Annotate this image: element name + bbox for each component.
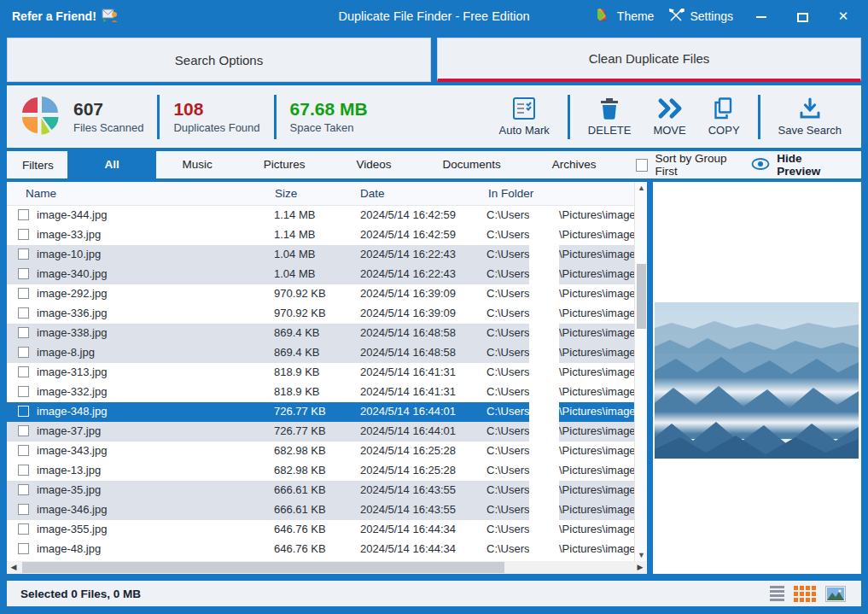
row-checkbox[interactable] (18, 268, 29, 279)
file-date: 2024/5/14 16:25:28 (360, 444, 456, 457)
sort-by-group-checkbox[interactable] (636, 159, 649, 172)
title-bar: Refer a Friend! Duplicate File Finder - … (0, 0, 868, 32)
stat-divider (157, 95, 160, 139)
scroll-up-icon[interactable]: ▲ (635, 182, 647, 194)
filter-music[interactable]: Music (156, 151, 237, 178)
move-button[interactable]: MOVE (642, 96, 696, 137)
file-folder-suffix: \Pictures\images (559, 228, 634, 241)
file-size: 726.77 KB (274, 405, 326, 418)
column-header-in-folder[interactable]: In Folder (488, 187, 533, 200)
horizontal-scroll-thumb[interactable] (22, 562, 504, 573)
file-folder-suffix: \Pictures\images (559, 464, 634, 477)
auto-mark-button[interactable]: Auto Mark (488, 96, 561, 137)
scroll-down-icon[interactable]: ▼ (635, 549, 647, 561)
row-checkbox[interactable] (18, 543, 29, 554)
theme-label: Theme (617, 9, 655, 23)
file-date: 2024/5/14 16:44:34 (360, 523, 456, 535)
file-date: 2024/5/14 16:39:09 (360, 287, 456, 300)
row-checkbox[interactable] (18, 307, 29, 319)
row-checkbox[interactable] (18, 366, 29, 377)
row-checkbox[interactable] (18, 504, 29, 515)
file-name: image-48.jpg (37, 542, 101, 555)
file-name: image-346.jpg (37, 503, 107, 516)
space-taken-label: Space Taken (290, 121, 368, 134)
row-checkbox[interactable] (18, 249, 29, 260)
main-tabs: Search Options Clean Duplicate Files (7, 38, 861, 82)
file-folder-prefix: C:\Users\ (486, 228, 533, 241)
file-folder-prefix: C:\Users\ (486, 287, 533, 300)
save-search-button[interactable]: Save Search (767, 96, 853, 137)
filter-pictures[interactable]: Pictures (238, 151, 331, 178)
file-date: 2024/5/14 16:22:43 (360, 248, 456, 260)
file-date: 2024/5/14 16:44:01 (360, 405, 456, 418)
sort-by-group-toggle[interactable]: Sort by Group First (636, 152, 752, 178)
row-checkbox[interactable] (18, 406, 29, 417)
file-date: 2024/5/14 16:44:01 (360, 424, 456, 437)
hide-preview-button[interactable]: Hide Preview (751, 152, 848, 178)
file-folder-suffix: \Pictures\images (559, 365, 634, 378)
row-checkbox[interactable] (18, 523, 29, 535)
file-size: 1.14 MB (274, 228, 315, 241)
file-folder-prefix: C:\Users\ (486, 385, 533, 398)
scroll-right-icon[interactable]: ▶ (633, 561, 647, 574)
file-folder-suffix: \Pictures\images (559, 385, 634, 398)
close-icon: ✕ (838, 9, 849, 23)
row-checkbox[interactable] (18, 347, 29, 358)
close-button[interactable]: ✕ (830, 0, 856, 32)
filter-all-files[interactable]: All Files (67, 151, 157, 178)
file-folder-prefix: C:\Users\ (486, 424, 533, 437)
minimize-button[interactable] (749, 0, 774, 32)
row-checkbox[interactable] (18, 445, 29, 456)
grid-view-icon[interactable] (794, 586, 816, 602)
delete-button[interactable]: DELETE (577, 96, 643, 137)
row-checkbox[interactable] (18, 288, 29, 299)
row-checkbox[interactable] (18, 209, 29, 220)
row-checkbox[interactable] (18, 484, 29, 495)
file-folder-prefix: C:\Users\ (486, 503, 533, 516)
image-view-icon[interactable] (825, 586, 846, 602)
copy-button[interactable]: COPY (697, 96, 751, 137)
file-date: 2024/5/14 16:48:58 (360, 346, 456, 359)
tab-search-options[interactable]: Search Options (7, 38, 431, 82)
duplicates-found-value: 108 (173, 99, 259, 120)
file-size: 666.61 KB (274, 483, 326, 496)
maximize-button[interactable] (789, 0, 815, 32)
file-size: 818.9 KB (274, 385, 320, 398)
files-scanned-label: Files Scanned (73, 121, 143, 134)
file-folder-suffix: \Pictures\images (559, 267, 634, 280)
list-view-icon[interactable] (770, 586, 784, 601)
row-checkbox[interactable] (18, 327, 29, 338)
vertical-scroll-thumb[interactable] (637, 264, 646, 329)
vertical-scrollbar[interactable]: ▲ ▼ (634, 182, 647, 561)
app-window: Refer a Friend! Duplicate File Finder - … (0, 0, 868, 614)
column-header-date[interactable]: Date (360, 187, 385, 200)
filter-videos[interactable]: Videos (331, 151, 417, 178)
filter-documents[interactable]: Documents (417, 151, 527, 178)
horizontal-scrollbar[interactable]: ◀ ▶ (7, 561, 647, 574)
row-checkbox[interactable] (18, 229, 29, 240)
file-date: 2024/5/14 16:41:31 (360, 365, 456, 378)
filter-archives[interactable]: Archives (527, 151, 622, 178)
file-folder-prefix: C:\Users\ (486, 326, 533, 339)
column-header-size[interactable]: Size (275, 187, 297, 200)
file-name: image-10.jpg (37, 248, 101, 260)
file-folder-prefix: C:\Users\ (486, 523, 533, 535)
tab-clean-duplicate-files[interactable]: Clean Duplicate Files (437, 38, 861, 82)
file-name: image-33.jpg (37, 228, 101, 241)
file-size: 682.98 KB (274, 464, 326, 477)
row-checkbox[interactable] (18, 425, 29, 436)
row-checkbox[interactable] (18, 465, 29, 476)
action-divider (568, 95, 570, 139)
theme-button[interactable]: Theme (597, 9, 655, 25)
delete-trash-icon (597, 96, 621, 120)
tab-search-options-label: Search Options (175, 53, 263, 67)
column-header-name[interactable]: Name (26, 187, 56, 200)
file-folder-suffix: \Pictures\images (559, 307, 634, 319)
filter-bar: Filters All FilesMusicPicturesVideosDocu… (7, 151, 861, 178)
table-header: Name Size Date In Folder (7, 182, 647, 206)
file-name: image-313.jpg (37, 365, 107, 378)
scroll-left-icon[interactable]: ◀ (7, 561, 20, 574)
row-checkbox[interactable] (18, 386, 29, 397)
settings-button[interactable]: Settings (669, 9, 733, 25)
refer-a-friend-button[interactable]: Refer a Friend! (12, 9, 119, 25)
